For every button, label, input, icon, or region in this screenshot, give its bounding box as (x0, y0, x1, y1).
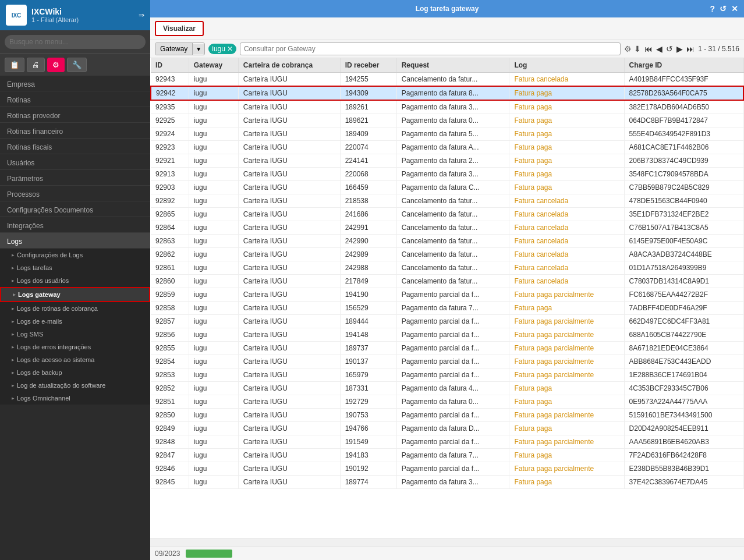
visualizar-button[interactable]: Visualizar (155, 21, 204, 36)
table-row[interactable]: 92935iuguCarteira IUGU189261Pagamento da… (151, 100, 743, 114)
sidebar-item-logs[interactable]: Logs (0, 233, 150, 249)
sidebar-item-rotinas-financeiro[interactable]: Rotinas financeiro (0, 123, 150, 139)
sidebar-item-logs-backup[interactable]: Logs de backup (0, 366, 150, 379)
table-row[interactable]: 92846iuguCarteira IUGU190192Pagamento pa… (151, 462, 743, 476)
table-row[interactable]: 92859iuguCarteira IUGU194190Pagamento pa… (151, 288, 743, 302)
sidebar-item-logs-acesso-sistema[interactable]: Logs de acesso ao sistema (0, 353, 150, 366)
table-row[interactable]: 92903iuguCarteira IUGU166459Pagamento da… (151, 181, 743, 194)
sidebar-item-rotinas-fiscais[interactable]: Rotinas fiscais (0, 139, 150, 154)
table-row[interactable]: 92856iuguCarteira IUGU194148Pagamento pa… (151, 328, 743, 342)
table-row[interactable]: 92860iuguCarteira IUGU217849Cancelamento… (151, 275, 743, 288)
table-container: ID Gateway Carteira de cobrança ID receb… (150, 58, 744, 538)
search-input[interactable] (5, 35, 146, 49)
filter-tag-iugu[interactable]: iugu ✕ (208, 44, 236, 54)
sidebar-item-empresa[interactable]: Empresa (0, 76, 150, 91)
col-header-carteira: Carteira de cobrança (238, 58, 340, 73)
table-row[interactable]: 92855iuguCarteira IUGU189737Pagamento pa… (151, 342, 743, 355)
footer: 09/2023 (150, 547, 744, 560)
table-row[interactable]: 92854iuguCarteira IUGU190137Pagamento pa… (151, 355, 743, 368)
sidebar-item-config-docs[interactable]: Configurações Documentos (0, 201, 150, 217)
data-table: ID Gateway Carteira de cobrança ID receb… (150, 58, 744, 489)
table-row[interactable]: 92852iuguCarteira IUGU187331Pagamento da… (151, 382, 743, 395)
table-row[interactable]: 92851iuguCarteira IUGU192729Pagamento da… (151, 395, 743, 409)
toolbar-print-btn[interactable]: 🖨 (27, 58, 45, 72)
sidebar-header: IXC IXCWiki 1 - Filial (Alterar) ⇒ (0, 0, 150, 30)
toolbar-wrench-btn[interactable]: 🔧 (67, 58, 87, 72)
table-row[interactable]: 92924iuguCarteira IUGU189409Pagamento da… (151, 127, 743, 141)
sidebar-item-logs-erros-integracoes[interactable]: Logs de erros integrações (0, 341, 150, 353)
filter-input[interactable] (240, 42, 621, 55)
dropdown-arrow-icon[interactable]: ▼ (193, 44, 204, 54)
pagination-info: 1 - 31 / 5.516 (698, 45, 739, 53)
sidebar-item-log-atualizacao[interactable]: Log de atualização do software (0, 379, 150, 392)
gateway-label: Gateway (155, 43, 193, 55)
table-row[interactable]: 92892iuguCarteira IUGU218538Cancelamento… (151, 194, 743, 208)
table-row[interactable]: 92864iuguCarteira IUGU242991Cancelamento… (151, 221, 743, 235)
sidebar-item-usuarios[interactable]: Usuários (0, 154, 150, 170)
sidebar-toolbar: 📋 🖨 ⚙ 🔧 (0, 54, 150, 76)
next-page-button[interactable]: ▶ (676, 44, 683, 54)
filter-icons: ⚙ ⬇ (624, 44, 641, 54)
sidebar-item-rotinas[interactable]: Rotinas (0, 91, 150, 107)
sidebar-item-configs-logs[interactable]: Configurações de Logs (0, 249, 150, 261)
table-row[interactable]: 92858iuguCarteira IUGU156529Pagamento da… (151, 302, 743, 315)
filter-tag-close-icon[interactable]: ✕ (227, 45, 233, 53)
col-header-log: Log (509, 58, 624, 73)
filter-export-icon[interactable]: ⬇ (634, 44, 641, 54)
sidebar-item-logs-tarefas[interactable]: Logs tarefas (0, 261, 150, 274)
first-page-button[interactable]: ⏮ (644, 44, 653, 54)
sidebar-item-rotinas-provedor[interactable]: Rotinas provedor (0, 107, 150, 123)
table-row[interactable]: 92865iuguCarteira IUGU241686Cancelamento… (151, 208, 743, 221)
toolbar-list-btn[interactable]: 📋 (5, 58, 24, 72)
table-row[interactable]: 92913iuguCarteira IUGU220068Pagamento da… (151, 168, 743, 181)
table-row[interactable]: 92861iuguCarteira IUGU242988Cancelamento… (151, 261, 743, 275)
table-body: 92943iuguCarteira IUGU194255Cancelamento… (151, 73, 743, 489)
table-row[interactable]: 92921iuguCarteira IUGU224141Pagamento da… (151, 154, 743, 168)
sidebar-item-processos[interactable]: Processos (0, 186, 150, 201)
horizontal-scrollbar[interactable] (150, 538, 744, 547)
export-icon[interactable]: ⇒ (139, 11, 144, 19)
sidebar-item-logs-rotinas-cobranca[interactable]: Logs de rotinas de cobrança (0, 302, 150, 315)
pagination-bar: ⏮ ◀ ↺ ▶ ⏭ 1 - 31 / 5.516 (644, 44, 739, 54)
table-row[interactable]: 92845iuguCarteira IUGU189774Pagamento da… (151, 476, 743, 489)
sidebar-search-container (0, 30, 150, 54)
sidebar: IXC IXCWiki 1 - Filial (Alterar) ⇒ 📋 🖨 ⚙… (0, 0, 150, 560)
main-toolbar: Visualizar (150, 17, 744, 40)
sidebar-item-logs-usuarios[interactable]: Logs dos usuários (0, 274, 150, 287)
sidebar-item-logs-omnichannel[interactable]: Logs Omnichannel (0, 392, 150, 405)
table-row[interactable]: 92923iuguCarteira IUGU220074Pagamento da… (151, 141, 743, 154)
sidebar-logo: IXC (6, 5, 27, 26)
sidebar-item-logs-gateway[interactable]: Logs gateway (0, 287, 150, 302)
table-row[interactable]: 92850iuguCarteira IUGU190753Pagamento pa… (151, 409, 743, 422)
last-page-button[interactable]: ⏭ (686, 44, 695, 54)
sidebar-item-logs-emails[interactable]: Logs de e-mails (0, 315, 150, 328)
app-sub: 1 - Filial (Alterar) (31, 16, 79, 23)
toolbar-settings-btn[interactable]: ⚙ (47, 58, 65, 72)
gateway-dropdown[interactable]: Gateway ▼ (155, 42, 205, 55)
help-icon[interactable]: ? (710, 4, 715, 13)
table-header-row: ID Gateway Carteira de cobrança ID receb… (151, 58, 743, 73)
table-row[interactable]: 92863iuguCarteira IUGU242990Cancelamento… (151, 235, 743, 248)
table-row[interactable]: 92849iuguCarteira IUGU194766Pagamento da… (151, 422, 743, 435)
table-row[interactable]: 92847iuguCarteira IUGU194183Pagamento da… (151, 449, 743, 462)
sidebar-item-integracoes[interactable]: Integrações (0, 217, 150, 233)
prev-page-button[interactable]: ◀ (656, 44, 662, 54)
table-row[interactable]: 92848iuguCarteira IUGU191549Pagamento pa… (151, 435, 743, 449)
sidebar-item-log-sms[interactable]: Log SMS (0, 328, 150, 341)
refresh-header-icon[interactable]: ↺ (720, 4, 727, 13)
table-row[interactable]: 92862iuguCarteira IUGU242989Cancelamento… (151, 248, 743, 261)
table-row[interactable]: 92942iuguCarteira IUGU194309Pagamento da… (151, 86, 743, 100)
sidebar-item-parametros[interactable]: Parâmetros (0, 170, 150, 186)
col-header-gateway: Gateway (189, 58, 238, 73)
table-row[interactable]: 92925iuguCarteira IUGU189621Pagamento da… (151, 114, 743, 127)
filter-settings-icon[interactable]: ⚙ (624, 44, 632, 54)
refresh-page-button[interactable]: ↺ (666, 44, 673, 54)
table-row[interactable]: 92943iuguCarteira IUGU194255Cancelamento… (151, 73, 743, 87)
footer-date: 09/2023 (155, 550, 180, 558)
col-header-id: ID (151, 58, 189, 73)
table-row[interactable]: 92857iuguCarteira IUGU189444Pagamento pa… (151, 315, 743, 328)
main-header: Log tarefa gateway ? ↺ ✕ (150, 0, 744, 17)
table-row[interactable]: 92853iuguCarteira IUGU165979Pagamento pa… (151, 368, 743, 382)
sidebar-nav: Empresa Rotinas Rotinas provedor Rotinas… (0, 76, 150, 560)
close-icon[interactable]: ✕ (731, 4, 738, 13)
